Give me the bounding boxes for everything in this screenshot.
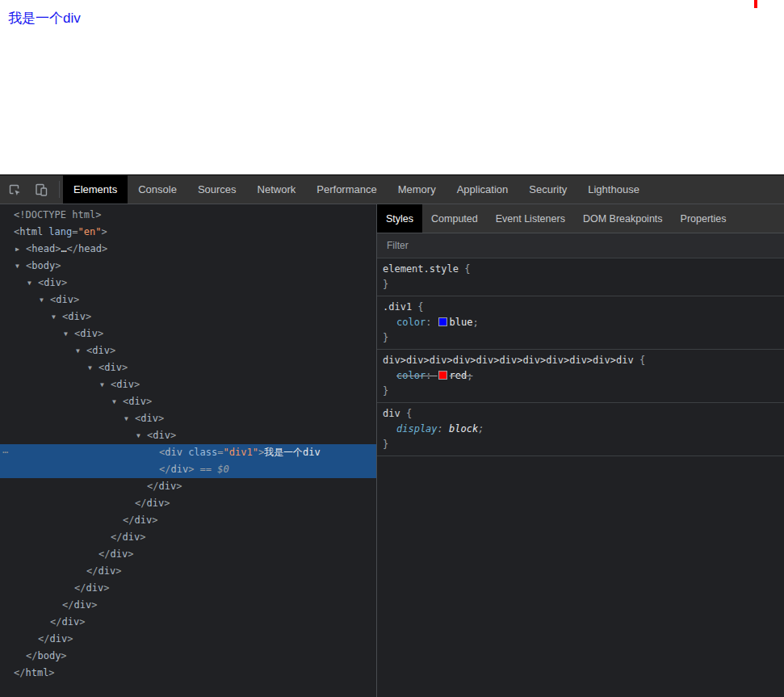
expand-arrow-icon[interactable]: ▼	[15, 258, 26, 275]
css-rule[interactable]: div>div>div>div>div>div>div>div>div>div>…	[377, 350, 784, 403]
styles-sidebar: StylesComputedEvent ListenersDOM Breakpo…	[377, 204, 784, 697]
tree-row[interactable]: ▼<div>	[0, 427, 376, 444]
styles-rules: element.style {}.div1 {color: blue;}div>…	[377, 258, 784, 456]
sidebar-tab-properties[interactable]: Properties	[672, 204, 736, 233]
expand-arrow-icon[interactable]: ▼	[76, 342, 86, 359]
screen: 我是一个div ElementsConsoleS	[0, 0, 784, 697]
tree-row[interactable]: ⋯<div class="div1">我是一个div	[0, 444, 376, 461]
expand-arrow-icon[interactable]: ▼	[124, 410, 135, 427]
tree-row[interactable]: ▶<head>…</head>	[0, 241, 376, 258]
css-selector: .div1	[383, 301, 412, 313]
css-property: color	[396, 370, 426, 381]
css-rule[interactable]: div {display: block;}	[377, 403, 784, 456]
expand-arrow-icon[interactable]: ▼	[52, 309, 62, 325]
sidebar-tabbar: StylesComputedEvent ListenersDOM Breakpo…	[377, 204, 784, 233]
main-tab-memory[interactable]: Memory	[388, 175, 447, 204]
device-toolbar-icon[interactable]	[34, 183, 48, 197]
css-selector: div	[383, 408, 400, 419]
css-selector: element.style	[383, 263, 459, 275]
css-selector: div>div>div>div>div>div>div>div>div>div>…	[383, 355, 634, 366]
expand-arrow-icon[interactable]: ▼	[88, 359, 99, 376]
toolbar-divider	[59, 181, 60, 198]
collapse-arrow-icon[interactable]: ▶	[15, 241, 26, 258]
expand-arrow-icon[interactable]: ▼	[64, 325, 74, 342]
filter-bar	[377, 233, 784, 258]
tree-row[interactable]: </div>	[0, 563, 376, 580]
expand-arrow-icon[interactable]: ▼	[100, 376, 111, 393]
tree-row[interactable]: ▼<div>	[0, 275, 376, 292]
tree-row[interactable]: </html>	[0, 665, 376, 682]
dom-tree: <!DOCTYPE html><html lang="en">▶<head>…<…	[0, 207, 376, 682]
expand-arrow-icon[interactable]: ▼	[40, 292, 50, 309]
css-rule[interactable]: element.style {}	[377, 258, 784, 296]
tree-row[interactable]: </div>	[0, 512, 376, 529]
css-declaration[interactable]: color: red;	[383, 368, 778, 384]
css-selector-line: .div1 {	[383, 300, 778, 315]
main-tab-sources[interactable]: Sources	[187, 175, 247, 204]
sidebar-tab-dom-breakpoints[interactable]: DOM Breakpoints	[574, 204, 672, 233]
main-tab-elements[interactable]: Elements	[63, 175, 128, 204]
css-property: display	[396, 423, 438, 435]
devtools: ElementsConsoleSourcesNetworkPerformance…	[0, 174, 784, 697]
tree-row[interactable]: ▼<body>	[0, 258, 376, 275]
more-actions-icon[interactable]: ⋯	[2, 444, 9, 461]
devtools-content: <!DOCTYPE html><html lang="en">▶<head>…<…	[0, 204, 784, 697]
css-property: color	[396, 317, 426, 328]
tree-row[interactable]: </div>	[0, 631, 376, 648]
main-tab-security[interactable]: Security	[518, 175, 577, 204]
tree-row[interactable]: ▼<div>	[0, 292, 376, 309]
css-declaration[interactable]: display: block;	[383, 422, 778, 437]
css-value: red	[450, 370, 467, 381]
devtools-toolbar: ElementsConsoleSourcesNetworkPerformance…	[0, 175, 784, 204]
tree-row[interactable]: ▼<div>	[0, 393, 376, 410]
tree-row[interactable]: ▼<div>	[0, 342, 376, 359]
tree-row[interactable]: ▼<div>	[0, 359, 376, 376]
main-tabbar: ElementsConsoleSourcesNetworkPerformance…	[63, 175, 650, 204]
expand-arrow-icon[interactable]: ▼	[136, 427, 147, 444]
expand-arrow-icon[interactable]: ▼	[27, 275, 38, 292]
tree-row[interactable]: </div>	[0, 478, 376, 495]
css-selector-line: element.style {	[383, 262, 778, 277]
main-tab-console[interactable]: Console	[128, 175, 187, 204]
css-selector-line: div {	[383, 406, 778, 422]
main-tab-application[interactable]: Application	[447, 175, 519, 204]
css-value: blue	[450, 317, 473, 328]
main-tab-network[interactable]: Network	[247, 175, 307, 204]
tree-row[interactable]: ▼<div>	[0, 309, 376, 325]
tree-row[interactable]: </div>	[0, 597, 376, 614]
css-rule[interactable]: .div1 {color: blue;}	[377, 296, 784, 350]
tree-row[interactable]: </div> == $0	[0, 461, 376, 478]
inspect-icon[interactable]	[7, 183, 22, 197]
expand-arrow-icon[interactable]: ▼	[112, 393, 123, 410]
css-selector-line: div>div>div>div>div>div>div>div>div>div>…	[383, 353, 778, 368]
css-value: block	[449, 423, 478, 435]
sidebar-tab-event-listeners[interactable]: Event Listeners	[487, 204, 574, 233]
color-swatch[interactable]	[438, 371, 447, 380]
color-swatch[interactable]	[438, 317, 447, 326]
tree-row[interactable]: </body>	[0, 648, 376, 665]
tree-row[interactable]: </div>	[0, 546, 376, 563]
tree-row[interactable]: ▼<div>	[0, 410, 376, 427]
tree-row[interactable]: <html lang="en">	[0, 224, 376, 241]
page-div-text: 我是一个div	[8, 9, 81, 27]
tree-row[interactable]: ▼<div>	[0, 325, 376, 342]
sidebar-tab-computed[interactable]: Computed	[422, 204, 487, 233]
tree-row[interactable]: </div>	[0, 614, 376, 631]
tree-row[interactable]: </div>	[0, 580, 376, 597]
filter-input[interactable]	[385, 239, 776, 252]
red-element	[754, 0, 757, 8]
toolbar-icon-group	[0, 175, 56, 204]
elements-panel: <!DOCTYPE html><html lang="en">▶<head>…<…	[0, 204, 377, 697]
tree-row[interactable]: </div>	[0, 495, 376, 512]
rendered-page: 我是一个div	[0, 0, 784, 174]
tree-row[interactable]: ▼<div>	[0, 376, 376, 393]
tree-row[interactable]: </div>	[0, 529, 376, 546]
main-tab-lighthouse[interactable]: Lighthouse	[577, 175, 650, 204]
sidebar-tab-styles[interactable]: Styles	[377, 204, 422, 233]
tree-row[interactable]: <!DOCTYPE html>	[0, 207, 376, 224]
main-tab-performance[interactable]: Performance	[306, 175, 387, 204]
css-declaration[interactable]: color: blue;	[383, 315, 778, 330]
